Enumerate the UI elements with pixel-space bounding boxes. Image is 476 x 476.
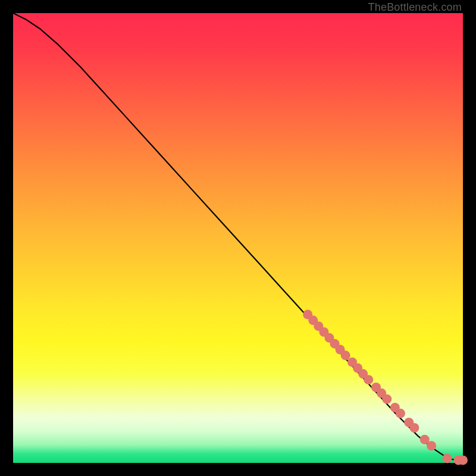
attribution-text: TheBottleneck.com [368,1,462,14]
chart-frame: TheBottleneck.com [0,0,476,476]
data-marker [458,455,468,465]
chart-svg [13,13,463,463]
data-marker [409,423,419,433]
data-marker [396,409,405,418]
bottleneck-curve [13,13,463,460]
data-marker [443,453,452,463]
data-marker [382,394,392,404]
marker-group [303,310,468,465]
data-marker [364,375,373,384]
data-marker [341,350,350,360]
data-marker [427,441,436,450]
